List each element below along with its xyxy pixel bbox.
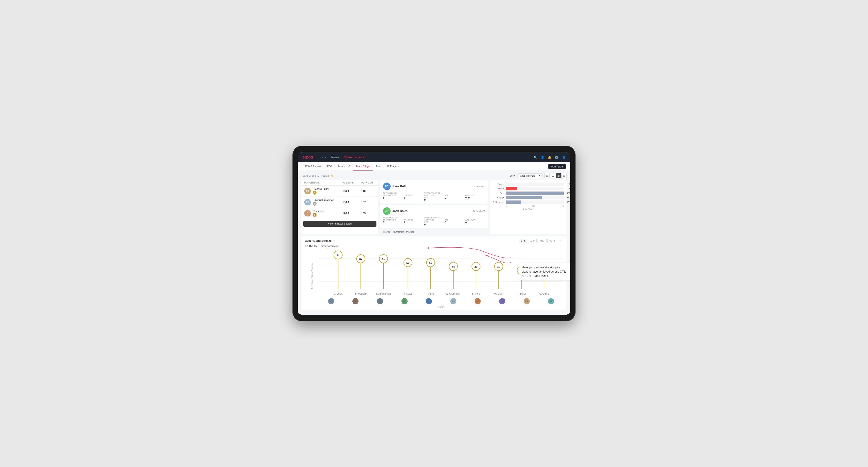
player-score-2: 18/20: [342, 201, 361, 204]
list-view-btn[interactable]: ☰: [550, 173, 555, 178]
leaderboard-header: PLAYER NAME PB SCORE PB AVG SQ: [302, 180, 378, 186]
player-name-crossman: E. Crossman: [446, 293, 460, 295]
team-name: Team Clippd: [302, 174, 316, 177]
three-col-layout: PLAYER NAME PB SCORE PB AVG SQ RB Richar…: [302, 180, 566, 234]
chart-avatar-mcharg: BM: [352, 298, 359, 304]
bar-inner-pars: [506, 191, 563, 195]
table-row: EC Edward Crossman 2 18/20 107: [302, 197, 378, 208]
pc-arg-rees: ARG PUTT 0 0: [465, 192, 485, 201]
bar-row-bogeys: Bogeys 311: [493, 196, 564, 199]
nav-teams[interactable]: Teams: [331, 156, 339, 159]
pc-practice-val-josh: 2: [404, 221, 423, 224]
arrow-to-filters: ←: [559, 239, 563, 243]
bar-row-eagles: Eagles 3: [493, 183, 564, 186]
axis-400: 400: [561, 205, 564, 207]
view-leaderboard-button[interactable]: View Full Leaderboard: [303, 221, 376, 227]
nav-home[interactable]: Home: [318, 156, 326, 159]
streak-label-crossman: 4x: [452, 266, 455, 269]
sub-nav-hcaps[interactable]: Hcaps 1-5: [335, 162, 353, 170]
chart-avatar-crossman: EC: [450, 298, 456, 304]
bar-label-dbogeys: D. Bogeys +: [493, 201, 504, 203]
pc-ott-val-josh: 0: [424, 223, 444, 226]
x-axis-label: Players: [319, 306, 563, 308]
arrow-icon: ←: [333, 239, 337, 243]
pc-date-rees: 02 Sep 2023: [473, 185, 485, 187]
bar-val-dbogeys: 131: [567, 201, 570, 203]
rank-badge-1: 1: [313, 191, 316, 195]
bar-outer-eagles: 3: [506, 183, 564, 186]
pc-stats-rees: Total Rounds Tournament 8 Practice 4 Tot…: [383, 192, 485, 201]
bar-outer-pars: 499: [506, 191, 564, 195]
player-card-rees: RB Rees Britt 02 Sep 2023 Total Rounds T…: [380, 180, 488, 204]
chart-avatar-ford: BF: [474, 298, 481, 304]
pc-app-val-josh: 0: [445, 221, 464, 224]
tablet-screen: clippd Home Teams My Performance 🔍 👤 🔔 ⚙…: [298, 152, 570, 314]
app-logo: clippd: [302, 155, 313, 159]
avatar-3: C: [304, 210, 311, 217]
annotation-callout: Here you can see streaks your players ha…: [519, 263, 570, 280]
nav-my-performance[interactable]: My Performance: [344, 156, 365, 159]
sub-nav: PGAT Players PGA Hcaps 1-5 Team Clippd T…: [298, 162, 570, 171]
streak-filter-putt[interactable]: PUTT: [548, 239, 557, 243]
subtitle-sub: Fairway Accuracy: [319, 245, 338, 247]
pc-app-val-rees: 0: [445, 196, 464, 199]
user-icon[interactable]: 👤: [540, 156, 545, 159]
player-avatars-row: EE BM DB JC RB EC BF MM RB CQ: [319, 298, 563, 305]
pc-practice-rees: Practice 4: [404, 192, 423, 201]
pc-practice-activities-josh: Total Practice Activities OTT 0: [424, 217, 444, 226]
nav-bar: clippd Home Teams My Performance 🔍 👤 🔔 ⚙…: [298, 152, 570, 162]
pc-total-rounds-josh: Total Rounds Tournament 7: [383, 217, 403, 226]
bar-row-pars: Pars 499: [493, 191, 564, 195]
tournament-label: Tournament: [393, 231, 404, 233]
pc-tournament-val-josh: 7: [383, 221, 403, 224]
pc-avatar-rees: RB: [383, 183, 391, 190]
player-card-josh: JC Josh Coles 26 Aug 2023 Total Rounds T…: [380, 205, 488, 228]
streak-label-mcharg: 6x: [359, 257, 363, 261]
avatar-icon[interactable]: 👤: [562, 156, 566, 159]
streak-label-ebert: 7x: [337, 254, 340, 257]
chart-view-btn[interactable]: ▦: [556, 173, 561, 178]
sub-nav-pga[interactable]: PGA: [324, 162, 335, 170]
pc-practice-josh: Practice 2: [404, 217, 423, 226]
avatar-2: EC: [304, 199, 311, 206]
bar-val-pars: 499: [567, 192, 570, 194]
bar-inner-birdies: [506, 187, 517, 190]
player-name-mcharg: B. McHarg: [355, 293, 367, 295]
sub-nav-tour[interactable]: Tour: [373, 162, 383, 170]
pc-app-rees: APP 0: [445, 192, 464, 201]
tablet-frame: clippd Home Teams My Performance 🔍 👤 🔔 ⚙…: [292, 146, 576, 321]
nav-links: Home Teams My Performance: [318, 156, 528, 159]
table-view-btn[interactable]: ⊟: [561, 173, 566, 178]
pc-practice-activities-rees: Total Practice Activities OTT 0: [424, 192, 444, 201]
lb-header-name: PLAYER NAME: [304, 182, 342, 184]
period-select[interactable]: Last 3 months Last 6 months Last 12 mont…: [517, 173, 542, 178]
player-info-1: RB Richard Butler 1: [304, 187, 342, 195]
team-header: Team Clippd 14 Players ✏️ Show Last 3 mo…: [302, 173, 566, 178]
player-name-britt: R. Britt: [427, 293, 434, 295]
streak-filter-app[interactable]: APP: [528, 239, 536, 243]
sub-nav-team-clippd[interactable]: Team Clippd: [353, 162, 373, 170]
avatar-1: RB: [304, 188, 311, 194]
sub-nav-pgat[interactable]: PGAT Players: [302, 162, 324, 170]
streak-filter-ott[interactable]: OTT: [519, 239, 527, 243]
bell-icon[interactable]: 🔔: [548, 156, 552, 159]
add-team-button[interactable]: Add Team: [549, 164, 566, 169]
settings-icon[interactable]: ⚙️: [555, 156, 559, 159]
edit-icon[interactable]: ✏️: [331, 175, 334, 177]
streaks-title: Best Round Streaks ←: [305, 239, 337, 243]
table-row: RB Richard Butler 1 19/20 110: [302, 186, 378, 197]
lb-header-avg: PB AVG SQ: [361, 182, 375, 184]
streak-label-bill: 6x: [382, 257, 385, 261]
search-icon[interactable]: 🔍: [533, 156, 537, 159]
streak-filter-arg[interactable]: ARG: [537, 239, 547, 243]
chart-avatar-quick: CQ: [548, 298, 554, 304]
subtitle-main: Off The Tee: [305, 245, 317, 247]
pc-header-josh: JC Josh Coles 26 Aug 2023: [383, 207, 485, 215]
grid-view-btn[interactable]: ⊞: [545, 173, 550, 178]
annotation-text: Here you can see streaks your players ha…: [522, 266, 569, 278]
show-label: Show: [509, 175, 516, 177]
player-name-badge-1: Richard Butler 1: [313, 187, 329, 195]
sub-nav-all-players[interactable]: All Players: [384, 162, 402, 170]
practice-label: Practice: [406, 231, 414, 233]
streaks-title-text: Best Round Streaks: [305, 239, 332, 243]
